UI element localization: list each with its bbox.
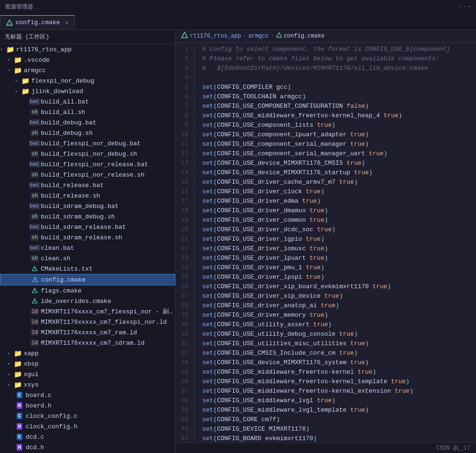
svg-marker-11 xyxy=(276,33,281,38)
file-icon: bat xyxy=(30,97,39,106)
sidebar-item-clock_config_h[interactable]: Hclock_config.h xyxy=(0,421,175,432)
sidebar-item-clean_sh[interactable]: shclean.sh xyxy=(0,253,175,264)
code-line-3: # ${SdkRootDirPath}/devices/MIMXRT1176/a… xyxy=(202,64,476,73)
sidebar-item-build_all_bat[interactable]: batbuild_all.bat xyxy=(0,96,175,107)
sidebar-item-mimxrt1176_flexspi_nor[interactable]: ldMIMXRT1176xxxxx_cm7_flexspi_nor.ld xyxy=(0,317,175,327)
line-number-39: 39 xyxy=(179,406,188,415)
code-line-30: set(CONFIG_USE_utility_assert true) xyxy=(202,320,476,330)
sidebar-item-board_c[interactable]: Cboard.c xyxy=(0,390,175,400)
tree-item-label: MIMXRT1176xxxx_cm7_flexspi_nor - 副本.ld xyxy=(41,307,175,316)
sidebar-item-dcd_h[interactable]: Hdcd.h xyxy=(0,442,175,453)
file-icon: sh xyxy=(30,212,39,221)
sidebar-item-build_flexspi_nor_release_sh[interactable]: shbuild_flexspi_nor_release.sh xyxy=(0,170,175,180)
line-number-42: 42 xyxy=(179,434,188,443)
code-line-19: set(CONFIG_USE_driver_common true) xyxy=(202,216,476,225)
folder-icon: 📁 xyxy=(6,45,14,54)
tree-item-label: clean.sh xyxy=(41,255,70,262)
line-number-20: 20 xyxy=(179,225,188,235)
file-icon: bat xyxy=(30,181,39,189)
code-line-41: set(CONFIG_DEVICE MIMXRT1176) xyxy=(202,425,476,434)
sidebar-item-build_debug_bat[interactable]: batbuild_debug.bat xyxy=(0,117,175,128)
file-icon: bat xyxy=(30,244,39,252)
sidebar-item-mimxrt1176_sdram[interactable]: ldMIMXRT1176xxxxx_cm7_sdram.ld xyxy=(0,338,175,348)
line-number-36: 36 xyxy=(179,377,188,387)
file-icon xyxy=(30,286,39,295)
line-number-10: 10 xyxy=(179,130,188,140)
sidebar-item-ide_overrides_cmake[interactable]: ide_overrides.cmake xyxy=(0,296,175,306)
tree-item-label: flags.cmake xyxy=(41,287,82,294)
tree-item-label: xbsp xyxy=(24,360,38,368)
tree-item-label: MIMXRT1176xxxxx_cm7_flexspi_nor.ld xyxy=(41,319,167,326)
sidebar-item-mimxrt1176_ram[interactable]: ldMIMXRT1176xxxxx_cm7_ram.ld xyxy=(0,327,175,338)
sidebar-item-build_debug_sh[interactable]: shbuild_debug.sh xyxy=(0,128,175,138)
breadcrumb-armgcc[interactable]: armgcc xyxy=(248,33,269,39)
sidebar-item-build_sdram_debug_bat[interactable]: batbuild_sdram_debug.bat xyxy=(0,201,175,211)
line-number-35: 35 xyxy=(179,368,188,377)
sidebar-item-build_flexspi_nor_debug_bat[interactable]: batbuild_flexspi_nor_debug.bat xyxy=(0,138,175,149)
sidebar-item-flexspi_nor_debug[interactable]: ▸📁flexspi_nor_debug xyxy=(0,76,175,86)
tab-config-cmake[interactable]: ▲ config.cmake ✕ xyxy=(0,15,75,29)
file-icon: bat xyxy=(30,160,39,169)
file-icon: ld xyxy=(30,318,39,326)
sidebar-item-config_cmake[interactable]: config.cmake xyxy=(0,274,175,285)
sidebar-item-clock_config_c[interactable]: Cclock_config.c xyxy=(0,411,175,421)
code-line-31: set(CONFIG_USE_utility_debug_console tru… xyxy=(202,330,476,339)
code-line-39: set(CONFIG_USE_middleware_lvgl_template … xyxy=(202,406,476,415)
title-bar: 资源管理器 ··· xyxy=(0,0,476,13)
code-line-42: set(CONFIG_BOARD evkmimxrt1170) xyxy=(202,434,476,443)
folder-icon: 📁 xyxy=(13,380,22,389)
sidebar-item-build_flexspi_nor_release_bat[interactable]: batbuild_flexspi_nor_release.bat xyxy=(0,159,175,170)
line-number-38: 38 xyxy=(179,396,188,406)
sidebar-item-build_release_sh[interactable]: shbuild_release.sh xyxy=(0,190,175,201)
sidebar-item-xapp[interactable]: ▸📁xapp xyxy=(0,348,175,359)
folder-icon: 📁 xyxy=(13,349,22,358)
file-icon: bat xyxy=(30,223,39,231)
folder-chevron: ▸ xyxy=(8,57,13,63)
line-number-6: 6 xyxy=(179,92,188,102)
sidebar-item-clean_bat[interactable]: batclean.bat xyxy=(0,243,175,253)
tab-close-button[interactable]: ✕ xyxy=(65,19,69,27)
sidebar-item-build_flexspi_nor_debug_sh[interactable]: shbuild_flexspi_nor_debug.sh xyxy=(0,149,175,159)
code-editor[interactable]: 1234567891011121314151617181920212223242… xyxy=(176,43,476,443)
code-content[interactable]: # config to select component, the format… xyxy=(195,43,476,443)
sidebar-item-armgcc[interactable]: ▾📁armgcc xyxy=(0,65,175,76)
breadcrumb-rt1176[interactable]: rt1176_rtos_app xyxy=(190,33,241,39)
sidebar-tree[interactable]: ▾📁rt1176_rtos_app▸📁.vscode▾📁armgcc▸📁flex… xyxy=(0,44,175,453)
folder-icon: 📁 xyxy=(13,66,22,75)
sidebar-item-board_h[interactable]: Hboard.h xyxy=(0,400,175,411)
sidebar-item-rt1176[interactable]: ▾📁rt1176_rtos_app xyxy=(0,44,175,55)
code-line-8: set(CONFIG_USE_middleware_freertos-kerne… xyxy=(202,111,476,121)
line-number-33: 33 xyxy=(179,349,188,358)
code-line-23: set(CONFIG_USE_driver_lpuart true) xyxy=(202,254,476,263)
sidebar-item-cmakelists_txt[interactable]: CMakeLists.txt xyxy=(0,264,175,274)
sidebar-item-xbsp[interactable]: ▸📁xbsp xyxy=(0,359,175,369)
sidebar-item-build_sdram_debug_sh[interactable]: shbuild_sdram_debug.sh xyxy=(0,211,175,222)
title-bar-dots[interactable]: ··· xyxy=(457,2,471,11)
file-icon: sh xyxy=(30,150,39,158)
sidebar-item-mimxrt1176_flexspi_nor_sub[interactable]: ldMIMXRT1176xxxx_cm7_flexspi_nor - 副本.ld xyxy=(0,306,175,317)
code-line-27: set(CONFIG_USE_driver_xip_device true) xyxy=(202,292,476,301)
sidebar-item-jlink_download[interactable]: ▸📁jlink_download xyxy=(0,86,175,96)
tree-item-label: clock_config.h xyxy=(26,423,77,430)
code-line-33: set(CONFIG_USE_CMSIS_Include_core_cm tru… xyxy=(202,349,476,358)
sidebar-item-build_sdram_release_bat[interactable]: batbuild_sdram_release.bat xyxy=(0,222,175,232)
sidebar-item-build_release_bat[interactable]: batbuild_release.bat xyxy=(0,180,175,190)
title-bar-text: 资源管理器 xyxy=(5,3,33,11)
tab-label: config.cmake xyxy=(16,19,60,26)
line-number-25: 25 xyxy=(179,273,188,282)
file-icon: C xyxy=(15,433,24,441)
sidebar-item-flags_cmake[interactable]: flags.cmake xyxy=(0,285,175,296)
code-line-40: set(CONFIG_CORE cm7f) xyxy=(202,415,476,425)
sidebar-item-vscode[interactable]: ▸📁.vscode xyxy=(0,55,175,65)
tree-item-label: board.c xyxy=(26,392,52,399)
sidebar-item-xsys[interactable]: ▸📁xsys xyxy=(0,379,175,390)
tree-item-label: clean.bat xyxy=(41,245,74,252)
breadcrumb-config-cmake[interactable]: config.cmake xyxy=(284,33,325,39)
sidebar-item-xgui[interactable]: ▸📁xgui xyxy=(0,369,175,379)
sidebar-item-build_sdram_release_sh[interactable]: shbuild_sdram_release.sh xyxy=(0,232,175,243)
sidebar-item-dcd_c[interactable]: Cdcd.c xyxy=(0,432,175,442)
tree-item-label: MIMXRT1176xxxxx_cm7_ram.ld xyxy=(41,329,137,336)
line-number-3: 3 xyxy=(179,64,188,73)
sidebar-item-build_all_sh[interactable]: shbuild_all.sh xyxy=(0,107,175,117)
code-line-13: set(CONFIG_USE_device_MIMXRT1176_CMSIS t… xyxy=(202,159,476,168)
